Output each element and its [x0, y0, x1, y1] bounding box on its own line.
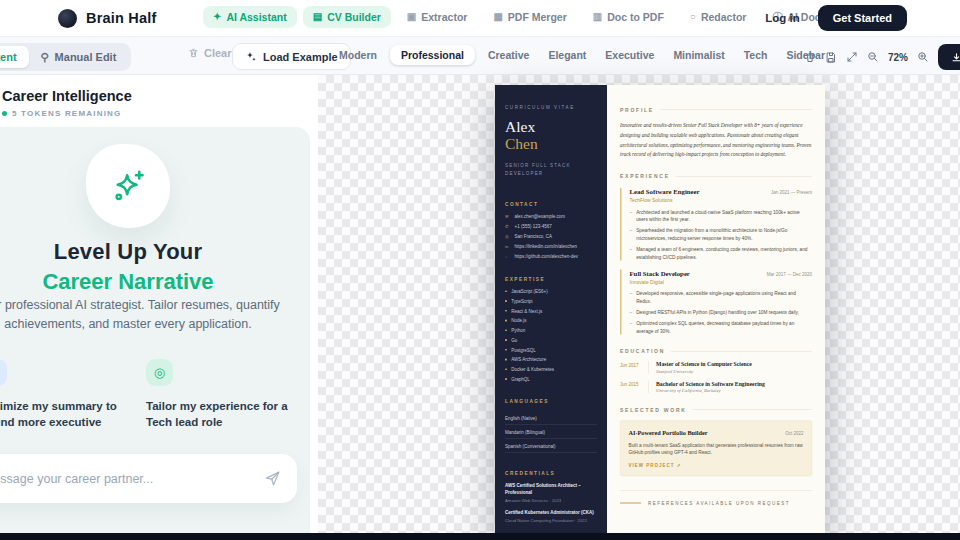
nav-item[interactable]: ▦ PDF Merger	[483, 6, 576, 28]
contact-item-value: +1 (555) 123-4567	[515, 224, 552, 229]
resume-first-name: Alex	[505, 118, 597, 135]
nav-item-label: AI Assistant	[226, 11, 286, 23]
contact-item-icon: ○	[505, 254, 511, 259]
template-tab[interactable]: Modern	[333, 45, 383, 65]
editor-mode-tab-label: Manual Edit	[55, 51, 117, 63]
experience-bullet: Optimized complex SQL queries, decreasin…	[630, 319, 813, 334]
login-button[interactable]: Log in	[765, 12, 800, 24]
nav-item-label: Redactor	[701, 11, 747, 23]
panel-title: Career Intelligence	[2, 88, 132, 104]
save-icon	[825, 51, 837, 64]
expertise-item: React & Next.js	[505, 308, 597, 313]
zoom-level: 72%	[888, 52, 908, 63]
nav-item-icon: ▣	[407, 12, 416, 22]
contact-heading: CONTACT	[505, 201, 597, 207]
expertise-item: PostgreSQL	[505, 347, 597, 352]
save-button[interactable]	[825, 51, 837, 64]
expertise-item: Docker & Kubernetes	[505, 367, 597, 372]
education-date: Jun 2017	[620, 361, 648, 374]
paper-plane-icon	[264, 470, 281, 487]
nav-item[interactable]: ▥ Doc to PDF	[583, 6, 674, 28]
education-date: Jun 2015	[620, 380, 648, 393]
zoom-in-icon	[917, 51, 929, 63]
contact-item-icon: in	[505, 244, 511, 249]
template-tab[interactable]: Executive	[599, 45, 660, 65]
education-school: Stanford University	[656, 368, 752, 373]
chat-input[interactable]	[0, 472, 264, 486]
top-navbar: Brain Half ✦ AI Assistant ▤ CV Builder ▣…	[0, 0, 960, 36]
nav-item[interactable]: ✦ AI Assistant	[203, 6, 297, 28]
expertise-heading: EXPERTISE	[505, 276, 597, 282]
tokens-remaining: 5 TOKENS REMAINING	[2, 109, 121, 118]
suggestion-card-executive-summary[interactable]: Optimize my summary to sound more execut…	[0, 359, 132, 430]
education-list: Jun 2017 Master of Science in Computer S…	[620, 361, 812, 393]
editor-mode-tab[interactable]: ⚲ Manual Edit	[29, 46, 129, 68]
experience-bullets: Architected and launched a cloud-native …	[630, 208, 813, 261]
project-link[interactable]: VIEW PROJECT ↗	[629, 463, 804, 468]
footer-dash	[620, 503, 641, 504]
assistant-panel: Career Intelligence 5 TOKENS REMAINING L…	[0, 75, 318, 533]
template-tab[interactable]: Professional	[390, 45, 475, 65]
credential-name: Certified Kubernetes Administrator (CKA)	[505, 510, 597, 517]
experience-dates: Mar 2017 — Dec 2020	[767, 271, 812, 276]
brand[interactable]: Brain Half	[58, 0, 157, 36]
credential-detail: Cloud Native Computing Foundation · 2022	[505, 518, 597, 523]
clear-button[interactable]: Clear	[188, 47, 232, 59]
fullscreen-icon[interactable]	[846, 51, 858, 63]
expertise-item: Node.js	[505, 318, 597, 323]
token-status-dot	[2, 111, 7, 116]
experience-bullets: Developed responsive, accessible single-…	[630, 289, 813, 334]
contact-item-icon: ◎	[505, 234, 511, 239]
trash-icon	[188, 47, 199, 59]
expertise-list: JavaScript (ES6+) TypeScript React & Nex…	[505, 289, 597, 382]
nav-item-label: Extractor	[421, 11, 467, 23]
experience-title: Lead Software Engineer	[630, 188, 700, 196]
brand-name: Brain Half	[86, 10, 157, 26]
preview-tools: 72% Export	[804, 44, 960, 70]
hero-subtitle: Your professional AI strategist. Tailor …	[0, 296, 303, 335]
suggestion-card-tech-lead[interactable]: ◎ Tailor my experience for a Tech lead r…	[146, 359, 298, 430]
credential-item: AWS Certified Solutions Architect – Prof…	[505, 483, 597, 503]
nav-item[interactable]: ▤ CV Builder	[303, 6, 391, 28]
template-tab[interactable]: Creative	[482, 45, 535, 65]
experience-bullet: Spearheaded the migration from a monolit…	[630, 227, 813, 242]
template-tab[interactable]: Minimalist	[667, 45, 730, 65]
contact-item: ✆ +1 (555) 123-4567	[505, 224, 597, 229]
project-date: Oct 2022	[785, 430, 803, 435]
experience-bullet: Developed responsive, accessible single-…	[630, 289, 813, 304]
editor-mode-tab-icon: ⚲	[41, 52, 49, 63]
zoom-out-button[interactable]	[867, 51, 879, 63]
get-started-button[interactable]: Get Started	[818, 5, 907, 31]
download-icon	[951, 52, 960, 63]
contact-item-value: San Francisco, CA	[515, 234, 553, 239]
zoom-in-button[interactable]	[917, 51, 929, 63]
editor-mode-tab[interactable]: Content	[0, 46, 29, 68]
send-button[interactable]	[264, 470, 281, 487]
experience-bullet: Architected and launched a cloud-native …	[630, 208, 813, 223]
credentials-list: AWS Certified Solutions Architect – Prof…	[505, 483, 597, 523]
resume-main: PROFILE Innovative and results-driven Se…	[607, 85, 825, 533]
profile-heading: PROFILE	[620, 107, 812, 113]
zoom-out-icon	[867, 51, 879, 63]
nav-item[interactable]: ○ Redactor	[680, 6, 757, 28]
export-button[interactable]: Export	[938, 44, 960, 70]
resume-role: SENIOR FULL STACK DEVELOPER	[505, 161, 597, 177]
resume-document[interactable]: CURRICULUM VITAE Alex Chen SENIOR FULL S…	[495, 85, 825, 533]
brand-logo-icon	[58, 9, 77, 28]
experience-company: Innovate Digital	[630, 279, 813, 285]
hero-title: Level Up Your Career Narrative	[0, 239, 306, 295]
template-tab[interactable]: Elegant	[542, 45, 592, 65]
bolt-icon	[0, 359, 7, 386]
expertise-item: JavaScript (ES6+)	[505, 289, 597, 294]
education-heading: EDUCATION	[620, 348, 812, 354]
template-tab[interactable]: Tech	[738, 45, 774, 65]
sparkles-icon	[108, 166, 148, 206]
nav-item-icon: ▥	[593, 12, 602, 22]
nav-item[interactable]: ▣ Extractor	[397, 6, 478, 28]
template-tabs: Modern Professional Creative Elegant Exe…	[333, 45, 831, 65]
education-row: Jun 2017 Master of Science in Computer S…	[620, 361, 812, 374]
contact-item-value: alex.chen@example.com	[515, 214, 566, 219]
delete-preview-button[interactable]	[804, 51, 816, 64]
contact-list: ✉ alex.chen@example.com ✆ +1 (555) 123-4…	[505, 214, 597, 259]
contact-item: ○ https://github.com/alexchen-dev	[505, 254, 597, 259]
